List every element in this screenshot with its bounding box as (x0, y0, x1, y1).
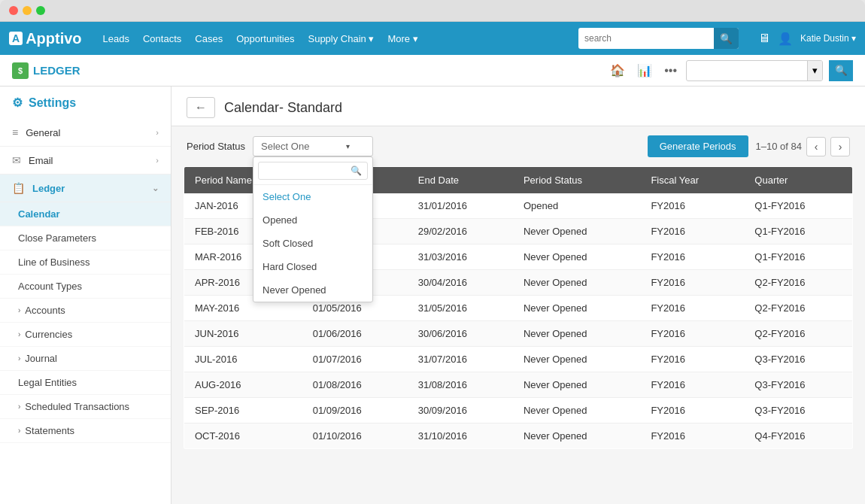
sidebar-currencies-expandable[interactable]: › Currencies (0, 323, 171, 347)
global-search-input[interactable] (578, 33, 714, 44)
cell-status: Never Opened (513, 296, 640, 321)
table-row[interactable]: SEP-201601/09/201630/09/2016Never Opened… (184, 398, 853, 424)
generate-periods-button[interactable]: Generate Periods (648, 135, 748, 157)
sub-header-dropdown-button[interactable]: ▾ (807, 60, 822, 81)
cell-fiscal_year: FY2016 (640, 398, 744, 424)
dropdown-option-select-one[interactable]: Select One (253, 185, 372, 208)
dropdown-option-never-opened[interactable]: Never Opened (253, 278, 372, 302)
option-opened-label: Opened (263, 214, 297, 226)
sidebar-item-email[interactable]: ✉ Email › (0, 147, 171, 175)
back-arrow-icon: ← (195, 101, 207, 114)
settings-label: Settings (29, 96, 76, 110)
table-row[interactable]: JUL-201601/07/201631/07/2016Never Opened… (184, 347, 853, 372)
sidebar-item-general[interactable]: ≡ General › (0, 119, 171, 147)
cell-quarter: Q3-FY2016 (744, 372, 852, 398)
maximize-button[interactable] (36, 6, 45, 15)
line-of-business-label: Line of Business (18, 257, 90, 268)
user-menu[interactable]: Katie Dustin ▾ (800, 33, 856, 44)
cell-start_date: 01/07/2016 (302, 347, 408, 372)
accounts-label: Accounts (25, 305, 65, 316)
monitor-icon[interactable]: 🖥 (758, 32, 770, 45)
more-icon-button[interactable]: ••• (661, 61, 680, 80)
email-arrow-icon: › (156, 156, 159, 165)
dropdown-option-opened[interactable]: Opened (253, 208, 372, 232)
statements-label: Statements (25, 425, 74, 436)
journal-label: Journal (25, 353, 57, 364)
cell-start_date: 01/10/2016 (302, 424, 408, 449)
sidebar-sub-line-of-business[interactable]: Line of Business (0, 250, 171, 275)
profile-icon[interactable]: 👤 (778, 32, 793, 46)
global-search-button[interactable]: 🔍 (714, 28, 739, 49)
cell-quarter: Q3-FY2016 (744, 347, 852, 372)
cell-period_name: OCT-2016 (184, 424, 302, 449)
cell-end_date: 31/10/2016 (408, 424, 513, 449)
sidebar-sub-account-types[interactable]: Account Types (0, 275, 171, 299)
page-title: Calendar- Standard (224, 100, 342, 116)
cell-end_date: 30/04/2016 (408, 270, 513, 296)
sub-header-search-bar: ▾ (686, 60, 823, 81)
minimize-button[interactable] (23, 6, 32, 15)
chart-icon-button[interactable]: 📊 (634, 60, 655, 80)
pagination-range: 1–10 of 84 (756, 141, 802, 152)
nav-contacts[interactable]: Contacts (143, 33, 181, 44)
sub-header-search-input[interactable] (687, 65, 807, 76)
cell-quarter: Q3-FY2016 (744, 398, 852, 424)
cell-status: Never Opened (513, 372, 640, 398)
sidebar-accounts-expandable[interactable]: › Accounts (0, 299, 171, 323)
home-icon-button[interactable]: 🏠 (607, 60, 628, 80)
logo-icon: A (9, 32, 23, 45)
col-period-status: Period Status (513, 167, 640, 194)
cell-fiscal_year: FY2016 (640, 296, 744, 321)
general-icon: ≡ (12, 126, 18, 138)
cell-status: Never Opened (513, 219, 640, 244)
sidebar-sub-legal-entities[interactable]: Legal Entities (0, 371, 171, 395)
sidebar-item-ledger[interactable]: 📋 Ledger ⌄ (0, 175, 171, 202)
cell-end_date: 31/03/2016 (408, 244, 513, 270)
app-logo: A Apptivo (9, 30, 82, 47)
period-status-select[interactable]: Select One ▾ (253, 136, 373, 156)
nav-opportunities[interactable]: Opportunities (236, 33, 294, 44)
sidebar-sub-calendar[interactable]: Calendar (0, 202, 171, 226)
dropdown-option-soft-closed[interactable]: Soft Closed (253, 232, 372, 255)
pagination-prev-button[interactable]: ‹ (806, 137, 826, 156)
sidebar-scheduled-transactions[interactable]: › Scheduled Transactions (0, 395, 171, 419)
cell-fiscal_year: FY2016 (640, 193, 744, 219)
ledger-title-text: LEDGER (33, 64, 80, 77)
toolbar-right: Generate Periods 1–10 of 84 ‹ › (648, 135, 850, 157)
period-status-dropdown: 🔍 Select One Opened Soft Closed Hard Clo… (253, 156, 373, 302)
cell-end_date: 31/07/2016 (408, 347, 513, 372)
table-row[interactable]: OCT-201601/10/201631/10/2016Never Opened… (184, 424, 853, 449)
nav-more[interactable]: More ▾ (387, 33, 417, 44)
cell-fiscal_year: FY2016 (640, 372, 744, 398)
select-arrow-icon: ▾ (346, 142, 350, 150)
nav-cases[interactable]: Cases (195, 33, 223, 44)
sub-header-search-button[interactable]: 🔍 (829, 60, 853, 81)
option-never-opened-label: Never Opened (263, 284, 326, 296)
pagination-next-button[interactable]: › (830, 137, 850, 156)
cell-status: Never Opened (513, 321, 640, 347)
sidebar: ⚙ Settings ≡ General › ✉ Email › 📋 Ledge… (0, 87, 171, 504)
cell-status: Opened (513, 193, 640, 219)
close-button[interactable] (9, 6, 18, 15)
cell-status: Never Opened (513, 398, 640, 424)
back-button[interactable]: ← (187, 97, 215, 118)
sidebar-journal-expandable[interactable]: › Journal (0, 347, 171, 371)
nav-leads[interactable]: Leads (103, 33, 129, 44)
sidebar-sub-close-parameters[interactable]: Close Parameters (0, 226, 171, 250)
cell-start_date: 01/08/2016 (302, 372, 408, 398)
gear-icon: ⚙ (12, 96, 23, 110)
account-types-label: Account Types (18, 281, 82, 292)
sidebar-email-label: Email (29, 155, 53, 166)
table-row[interactable]: AUG-201601/08/201631/08/2016Never Opened… (184, 372, 853, 398)
sidebar-statements[interactable]: › Statements (0, 419, 171, 443)
currencies-expand-icon: › (18, 330, 20, 339)
cell-fiscal_year: FY2016 (640, 244, 744, 270)
option-hard-closed-label: Hard Closed (263, 261, 317, 272)
nav-supply-chain[interactable]: Supply Chain ▾ (308, 33, 374, 44)
statements-expand-icon: › (18, 427, 20, 435)
legal-entities-label: Legal Entities (18, 377, 77, 388)
sidebar-general-label: General (26, 127, 60, 138)
table-row[interactable]: JUN-201601/06/201630/06/2016Never Opened… (184, 321, 853, 347)
col-fiscal-year: Fiscal Year (640, 167, 744, 194)
dropdown-option-hard-closed[interactable]: Hard Closed (253, 255, 372, 278)
